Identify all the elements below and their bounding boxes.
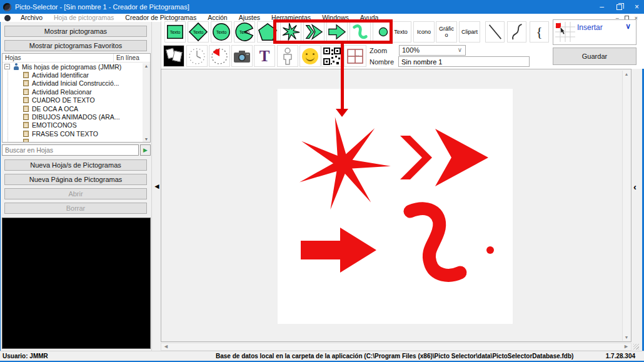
insert-panel[interactable]: Insertar ∨ [553, 19, 636, 45]
tool-line[interactable] [485, 21, 505, 43]
insert-icono-label: Icono [417, 29, 431, 35]
restore-icon[interactable] [616, 4, 622, 10]
user-icon [13, 63, 19, 70]
canvas-frame: ▲ ▼ [161, 69, 631, 342]
insert-clipart-button[interactable]: Clipart [459, 21, 480, 43]
scroll-up-icon[interactable]: ▲ [143, 64, 150, 68]
tool-circle-text[interactable]: Texto [211, 21, 232, 43]
tree-item-label[interactable]: Actividad Identificar [32, 71, 89, 79]
insert-grafico-label: Gráfico [438, 26, 455, 38]
name-label: Nombre [370, 58, 394, 66]
save-button[interactable]: Guardar [553, 48, 636, 65]
tree-header-en-linea[interactable]: En línea [114, 54, 150, 62]
new-sheet-button[interactable]: Nueva Hoja/s de Pictogramas [4, 159, 147, 171]
tree-children: Actividad Identificar Actividad Inicial … [3, 71, 150, 143]
horizontal-scrollbar[interactable]: ◄ ► [161, 343, 631, 351]
tool-text-letter[interactable]: T [254, 45, 275, 67]
tree-item-label[interactable]: FRASES CON TEXTO [32, 130, 98, 138]
collapse-left-icon[interactable]: ◄ [153, 182, 161, 191]
tree-item[interactable]: FRASES CON TEXTO [3, 129, 150, 138]
right-panel-splitter[interactable]: ‹ [633, 69, 641, 351]
vertical-scrollbar[interactable]: ▲ ▼ [622, 71, 630, 341]
insert-chevron-down-icon[interactable]: ∨ [625, 22, 631, 31]
tool-qr-code[interactable] [321, 45, 343, 67]
tree-item-label[interactable]: Actividad Relacionar [32, 88, 92, 96]
star-shape [299, 117, 391, 209]
tool-timer[interactable] [209, 45, 230, 67]
tree-item[interactable]: EMOTICONOS [3, 121, 150, 129]
search-go-button[interactable]: ▶ [140, 144, 151, 156]
sidebar-splitter[interactable]: ◄ [151, 22, 161, 351]
tool-pacman-text[interactable]: Texto [234, 21, 255, 43]
arrow-shape [301, 228, 376, 273]
scroll-up-icon[interactable]: ▲ [623, 72, 630, 76]
tool-person[interactable] [277, 45, 298, 67]
sheet-name-input[interactable] [398, 56, 530, 67]
show-favorites-button[interactable]: Mostrar pictogramas Favoritos [4, 40, 147, 51]
collapse-right-icon[interactable]: ‹ [633, 181, 636, 192]
tree-root-label[interactable]: Mis hojas de pictogramas (JMMR) [22, 63, 121, 71]
resize-grip-icon[interactable] [633, 344, 639, 349]
insert-texto-label: Texto [394, 29, 408, 35]
minimize-icon[interactable]: – [600, 0, 604, 14]
delete-button[interactable]: Borrar [4, 203, 147, 214]
insert-icono-button[interactable]: Icono [413, 21, 435, 43]
tree-item-label[interactable]: DIBUJOS ANIMADOS (ARA... [32, 113, 120, 121]
sheet-icon [23, 106, 29, 112]
open-button[interactable]: Abrir [4, 188, 147, 199]
tree-item[interactable]: Actividad Relacionar [3, 88, 150, 96]
sheet-icon [23, 80, 29, 86]
scroll-down-icon[interactable]: ▼ [623, 335, 630, 339]
tool-diamond-text-label: Texto [193, 30, 204, 34]
new-page-button[interactable]: Nueva Página de Pictogramas [4, 174, 147, 185]
show-pictograms-button[interactable]: Mostrar pictogramas [4, 26, 147, 37]
tool-smiley[interactable] [299, 45, 321, 67]
sidebar: Mostrar pictogramas Mostrar pictogramas … [1, 22, 151, 351]
tree-item-partial[interactable] [3, 138, 150, 143]
scroll-left-icon[interactable]: ◄ [163, 343, 169, 349]
tool-pictogram-gallery[interactable] [163, 45, 184, 67]
tree-item[interactable]: DIBUJOS ANIMADOS (ARA... [3, 113, 150, 121]
tool-table[interactable] [344, 45, 366, 67]
photo-card-icon [172, 51, 182, 62]
tree-expander-icon[interactable]: − [4, 64, 10, 69]
tree-item-label[interactable]: Actividad Inicial Construcció... [32, 79, 119, 87]
tree-item-label[interactable]: CUADRO DE TEXTO [32, 96, 95, 104]
drawing-canvas[interactable] [278, 89, 513, 324]
annotation-arrow-head [336, 109, 348, 117]
insert-grafico-button[interactable]: Gráfico [436, 21, 457, 43]
tool-scurve-line[interactable] [507, 21, 526, 43]
double-arrow-shape [435, 129, 488, 186]
search-input[interactable] [2, 144, 139, 156]
tree-header-hojas[interactable]: Hojas [3, 54, 114, 62]
app-window: Picto-Selector - [Sin nombre 1 - Creador… [0, 0, 644, 362]
zoom-value: 100% [402, 46, 420, 54]
preview-panel [2, 218, 151, 349]
tree-root[interactable]: − Mis hojas de pictogramas (JMMR) [3, 63, 150, 71]
close-icon[interactable]: × [635, 0, 639, 14]
insert-texto-button[interactable]: Texto [390, 21, 411, 43]
search-go-icon: ▶ [143, 147, 148, 153]
zoom-select[interactable]: 100% ∨ [399, 45, 466, 56]
tree-scrollbar[interactable]: ▲ ▼ [143, 63, 150, 142]
scroll-down-icon[interactable]: ▼ [143, 137, 150, 141]
tool-square-text[interactable]: Texto [164, 21, 186, 43]
tree-item[interactable]: Actividad Inicial Construcció... [3, 79, 150, 88]
tree-header[interactable]: Hojas En línea [3, 54, 150, 63]
tool-diamond-text[interactable]: Texto [188, 21, 209, 43]
tool-clock[interactable] [186, 45, 208, 67]
status-database-path: Base de datos local en la carpeta de la … [216, 353, 573, 359]
tool-camera[interactable] [231, 45, 253, 67]
menu-archivo[interactable]: Archivo [15, 14, 48, 22]
tree-item-label[interactable]: EMOTICONOS [32, 121, 77, 129]
tree-item-label[interactable]: DE OCA A OCA [32, 105, 78, 113]
tool-brace[interactable]: { [530, 21, 549, 43]
tree-item[interactable]: CUADRO DE TEXTO [3, 96, 150, 104]
tree-item[interactable]: DE OCA A OCA [3, 104, 150, 113]
dot-shape [486, 246, 494, 254]
sheet-icon [23, 97, 29, 103]
sheet-icon [23, 131, 29, 137]
scroll-right-icon[interactable]: ► [623, 343, 629, 349]
letter-t-icon: T [259, 48, 270, 64]
tree-item[interactable]: Actividad Identificar [3, 71, 150, 79]
